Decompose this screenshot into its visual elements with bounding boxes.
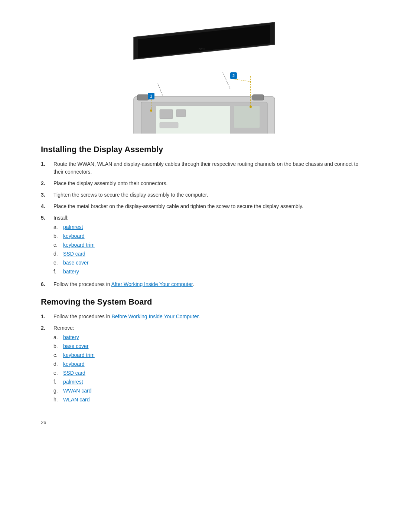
remove-step-1: Follow the procedures in Before Working … xyxy=(41,313,360,321)
install-item-a: a. palmrest xyxy=(53,223,360,231)
battery-install-link[interactable]: battery xyxy=(63,268,79,276)
remove-step-1-content: Follow the procedures in Before Working … xyxy=(53,313,360,321)
removing-title: Removing the System Board xyxy=(41,297,360,307)
step-3: Tighten the screws to secure the display… xyxy=(41,191,360,199)
label-e: e. xyxy=(53,259,62,267)
svg-text:1: 1 xyxy=(150,94,152,98)
remove-item-a: a. battery xyxy=(53,334,360,341)
svg-rect-8 xyxy=(252,95,264,100)
keyboard-remove-link[interactable]: keyboard xyxy=(63,360,85,368)
remove-label-d: d. xyxy=(53,360,62,368)
step-2: Place the display assembly onto their co… xyxy=(41,180,360,187)
install-item-d: d. SSD card xyxy=(53,250,360,258)
installing-steps-list: Route the WWAN, WLAN and display-assembl… xyxy=(41,160,360,288)
label-d: d. xyxy=(53,250,62,258)
svg-text:2: 2 xyxy=(232,73,235,78)
install-item-c: c. keyboard trim xyxy=(53,241,360,249)
install-item-e: e. base cover xyxy=(53,259,360,267)
svg-rect-5 xyxy=(160,122,178,128)
step-6-period: . xyxy=(193,281,194,287)
remove-step-2-content: Remove: a. battery b. base cover c. keyb xyxy=(53,324,360,405)
base-cover-install-link[interactable]: base cover xyxy=(63,259,88,267)
laptop-diagram: DELL 1 2 xyxy=(104,15,297,134)
remove-label-a: a. xyxy=(53,334,62,341)
ssd-card-remove-link[interactable]: SSD card xyxy=(63,369,85,377)
svg-line-22 xyxy=(234,79,251,82)
remove-item-h: h. WLAN card xyxy=(53,396,360,404)
page-number: 26 xyxy=(41,420,360,425)
svg-line-13 xyxy=(223,72,230,89)
svg-point-21 xyxy=(250,106,252,108)
remove-item-d: d. keyboard xyxy=(53,360,360,368)
svg-rect-7 xyxy=(137,95,149,100)
remove-item-f: f. palmrest xyxy=(53,378,360,386)
wwan-card-remove-link[interactable]: WWAN card xyxy=(63,387,91,395)
installing-title: Installing the Display Assembly xyxy=(41,145,360,154)
step-1: Route the WWAN, WLAN and display-assembl… xyxy=(41,160,360,176)
remove-label-e: e. xyxy=(53,369,62,377)
svg-line-12 xyxy=(158,83,163,96)
ssd-card-install-link[interactable]: SSD card xyxy=(63,250,85,258)
svg-point-17 xyxy=(150,109,152,112)
keyboard-install-link[interactable]: keyboard xyxy=(63,232,85,240)
palmrest-remove-link[interactable]: palmrest xyxy=(63,378,83,386)
step-6-text: Follow the procedures in xyxy=(53,281,111,287)
remove-label-c: c. xyxy=(53,351,62,359)
label-b: b. xyxy=(53,232,62,240)
svg-text:DELL: DELL xyxy=(199,47,206,51)
step-1-text: Route the WWAN, WLAN and display-assembl… xyxy=(53,160,360,176)
wlan-card-remove-link[interactable]: WLAN card xyxy=(63,396,90,404)
keyboard-trim-install-link[interactable]: keyboard trim xyxy=(63,241,95,249)
install-item-f: f. battery xyxy=(53,268,360,276)
step-6: Follow the procedures in After Working I… xyxy=(41,280,360,288)
step-5: Install: a. palmrest b. keyboard c. keyb xyxy=(41,214,360,277)
installing-section: Installing the Display Assembly Route th… xyxy=(41,145,360,288)
remove-label-f: f. xyxy=(53,378,62,386)
remove-item-g: g. WWAN card xyxy=(53,387,360,395)
remove-step-1-period: . xyxy=(198,313,200,319)
label-f: f. xyxy=(53,268,62,276)
removing-steps-list: Follow the procedures in Before Working … xyxy=(41,313,360,405)
battery-remove-link[interactable]: battery xyxy=(63,334,79,341)
remove-step-2-text: Remove: xyxy=(53,325,74,331)
before-working-link[interactable]: Before Working Inside Your Computer xyxy=(111,313,198,319)
remove-label-b: b. xyxy=(53,342,62,350)
step-5-text: Install: xyxy=(53,215,68,221)
remove-item-b: b. base cover xyxy=(53,342,360,350)
label-c: c. xyxy=(53,241,62,249)
remove-label-h: h. xyxy=(53,396,62,404)
remove-item-e: e. SSD card xyxy=(53,369,360,377)
base-cover-remove-link[interactable]: base cover xyxy=(63,342,88,350)
removing-section: Removing the System Board Follow the pro… xyxy=(41,297,360,405)
remove-items-list: a. battery b. base cover c. keyboard tri… xyxy=(53,334,360,404)
palmrest-install-link[interactable]: palmrest xyxy=(63,223,83,231)
svg-rect-6 xyxy=(234,106,260,128)
label-a: a. xyxy=(53,223,62,231)
after-working-link[interactable]: After Working Inside Your computer xyxy=(111,281,193,287)
remove-step-1-text: Follow the procedures in xyxy=(53,313,111,319)
page-content: DELL 1 2 xyxy=(41,0,360,447)
keyboard-trim-remove-link[interactable]: keyboard trim xyxy=(63,351,95,359)
remove-step-2: Remove: a. battery b. base cover c. keyb xyxy=(41,324,360,405)
step-4-text: Place the metal bracket on the display-a… xyxy=(53,203,360,210)
remove-label-g: g. xyxy=(53,387,62,395)
step-4: Place the metal bracket on the display-a… xyxy=(41,203,360,210)
step-2-text: Place the display assembly onto their co… xyxy=(53,180,360,187)
install-items-list: a. palmrest b. keyboard c. keyboard trim xyxy=(53,223,360,276)
install-item-b: b. keyboard xyxy=(53,232,360,240)
remove-item-c: c. keyboard trim xyxy=(53,351,360,359)
svg-rect-4 xyxy=(176,109,186,117)
step-3-text: Tighten the screws to secure the display… xyxy=(53,191,360,199)
svg-rect-3 xyxy=(160,109,173,119)
step-5-content: Install: a. palmrest b. keyboard c. keyb xyxy=(53,214,360,277)
diagram-container: DELL 1 2 xyxy=(41,15,360,134)
step-6-content: Follow the procedures in After Working I… xyxy=(53,280,360,288)
